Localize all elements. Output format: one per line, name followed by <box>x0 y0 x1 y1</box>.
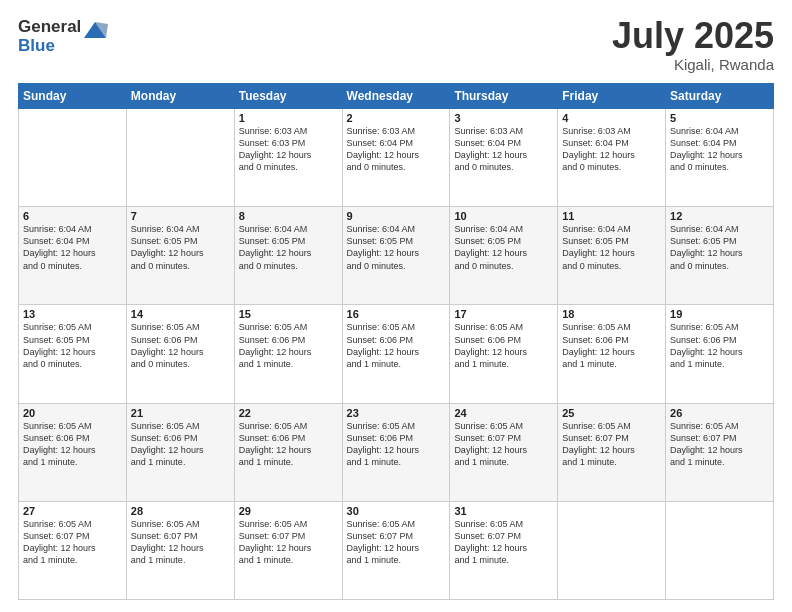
day-info: Sunrise: 6:05 AMSunset: 6:06 PMDaylight:… <box>347 321 446 370</box>
day-info: Sunrise: 6:05 AMSunset: 6:05 PMDaylight:… <box>23 321 122 370</box>
day-number: 17 <box>454 308 553 320</box>
day-info: Sunrise: 6:04 AMSunset: 6:05 PMDaylight:… <box>454 223 553 272</box>
day-number: 23 <box>347 407 446 419</box>
table-row: 2Sunrise: 6:03 AMSunset: 6:04 PMDaylight… <box>342 109 450 207</box>
table-row: 29Sunrise: 6:05 AMSunset: 6:07 PMDayligh… <box>234 501 342 599</box>
day-info: Sunrise: 6:05 AMSunset: 6:06 PMDaylight:… <box>131 321 230 370</box>
day-number: 16 <box>347 308 446 320</box>
day-info: Sunrise: 6:04 AMSunset: 6:05 PMDaylight:… <box>239 223 338 272</box>
calendar-week-1: 1Sunrise: 6:03 AMSunset: 6:03 PMDaylight… <box>19 109 774 207</box>
col-friday: Friday <box>558 84 666 109</box>
day-info: Sunrise: 6:05 AMSunset: 6:07 PMDaylight:… <box>131 518 230 567</box>
day-number: 11 <box>562 210 661 222</box>
day-info: Sunrise: 6:03 AMSunset: 6:04 PMDaylight:… <box>347 125 446 174</box>
table-row: 28Sunrise: 6:05 AMSunset: 6:07 PMDayligh… <box>126 501 234 599</box>
day-number: 3 <box>454 112 553 124</box>
day-number: 7 <box>131 210 230 222</box>
day-info: Sunrise: 6:04 AMSunset: 6:05 PMDaylight:… <box>347 223 446 272</box>
day-number: 29 <box>239 505 338 517</box>
day-info: Sunrise: 6:04 AMSunset: 6:04 PMDaylight:… <box>23 223 122 272</box>
table-row: 11Sunrise: 6:04 AMSunset: 6:05 PMDayligh… <box>558 207 666 305</box>
table-row: 27Sunrise: 6:05 AMSunset: 6:07 PMDayligh… <box>19 501 127 599</box>
logo-text: General Blue <box>18 18 81 55</box>
col-saturday: Saturday <box>666 84 774 109</box>
table-row: 30Sunrise: 6:05 AMSunset: 6:07 PMDayligh… <box>342 501 450 599</box>
day-number: 31 <box>454 505 553 517</box>
calendar-week-4: 20Sunrise: 6:05 AMSunset: 6:06 PMDayligh… <box>19 403 774 501</box>
day-number: 5 <box>670 112 769 124</box>
day-info: Sunrise: 6:05 AMSunset: 6:07 PMDaylight:… <box>454 518 553 567</box>
table-row: 25Sunrise: 6:05 AMSunset: 6:07 PMDayligh… <box>558 403 666 501</box>
day-number: 8 <box>239 210 338 222</box>
table-row: 20Sunrise: 6:05 AMSunset: 6:06 PMDayligh… <box>19 403 127 501</box>
logo-icon <box>82 20 108 42</box>
col-monday: Monday <box>126 84 234 109</box>
day-info: Sunrise: 6:03 AMSunset: 6:04 PMDaylight:… <box>562 125 661 174</box>
calendar-week-5: 27Sunrise: 6:05 AMSunset: 6:07 PMDayligh… <box>19 501 774 599</box>
day-info: Sunrise: 6:04 AMSunset: 6:05 PMDaylight:… <box>562 223 661 272</box>
day-number: 12 <box>670 210 769 222</box>
table-row: 10Sunrise: 6:04 AMSunset: 6:05 PMDayligh… <box>450 207 558 305</box>
title-block: July 2025 Kigali, Rwanda <box>612 18 774 73</box>
table-row <box>126 109 234 207</box>
table-row: 3Sunrise: 6:03 AMSunset: 6:04 PMDaylight… <box>450 109 558 207</box>
day-info: Sunrise: 6:04 AMSunset: 6:04 PMDaylight:… <box>670 125 769 174</box>
table-row: 16Sunrise: 6:05 AMSunset: 6:06 PMDayligh… <box>342 305 450 403</box>
table-row: 9Sunrise: 6:04 AMSunset: 6:05 PMDaylight… <box>342 207 450 305</box>
calendar-week-2: 6Sunrise: 6:04 AMSunset: 6:04 PMDaylight… <box>19 207 774 305</box>
table-row: 6Sunrise: 6:04 AMSunset: 6:04 PMDaylight… <box>19 207 127 305</box>
day-info: Sunrise: 6:05 AMSunset: 6:07 PMDaylight:… <box>454 420 553 469</box>
table-row: 23Sunrise: 6:05 AMSunset: 6:06 PMDayligh… <box>342 403 450 501</box>
day-info: Sunrise: 6:05 AMSunset: 6:07 PMDaylight:… <box>239 518 338 567</box>
table-row: 24Sunrise: 6:05 AMSunset: 6:07 PMDayligh… <box>450 403 558 501</box>
logo-blue: Blue <box>18 37 81 56</box>
month-title: July 2025 <box>612 18 774 54</box>
calendar-week-3: 13Sunrise: 6:05 AMSunset: 6:05 PMDayligh… <box>19 305 774 403</box>
day-info: Sunrise: 6:03 AMSunset: 6:03 PMDaylight:… <box>239 125 338 174</box>
table-row: 8Sunrise: 6:04 AMSunset: 6:05 PMDaylight… <box>234 207 342 305</box>
table-row: 14Sunrise: 6:05 AMSunset: 6:06 PMDayligh… <box>126 305 234 403</box>
col-sunday: Sunday <box>19 84 127 109</box>
calendar-table: Sunday Monday Tuesday Wednesday Thursday… <box>18 83 774 600</box>
day-number: 15 <box>239 308 338 320</box>
day-number: 22 <box>239 407 338 419</box>
day-number: 19 <box>670 308 769 320</box>
day-number: 20 <box>23 407 122 419</box>
table-row: 22Sunrise: 6:05 AMSunset: 6:06 PMDayligh… <box>234 403 342 501</box>
day-info: Sunrise: 6:05 AMSunset: 6:07 PMDaylight:… <box>347 518 446 567</box>
table-row <box>666 501 774 599</box>
day-info: Sunrise: 6:05 AMSunset: 6:07 PMDaylight:… <box>670 420 769 469</box>
table-row: 4Sunrise: 6:03 AMSunset: 6:04 PMDaylight… <box>558 109 666 207</box>
calendar-header-row: Sunday Monday Tuesday Wednesday Thursday… <box>19 84 774 109</box>
day-info: Sunrise: 6:05 AMSunset: 6:07 PMDaylight:… <box>562 420 661 469</box>
day-info: Sunrise: 6:05 AMSunset: 6:06 PMDaylight:… <box>670 321 769 370</box>
day-number: 6 <box>23 210 122 222</box>
day-info: Sunrise: 6:05 AMSunset: 6:06 PMDaylight:… <box>347 420 446 469</box>
table-row <box>558 501 666 599</box>
day-number: 1 <box>239 112 338 124</box>
day-info: Sunrise: 6:05 AMSunset: 6:06 PMDaylight:… <box>239 321 338 370</box>
table-row: 31Sunrise: 6:05 AMSunset: 6:07 PMDayligh… <box>450 501 558 599</box>
day-info: Sunrise: 6:05 AMSunset: 6:06 PMDaylight:… <box>131 420 230 469</box>
day-info: Sunrise: 6:03 AMSunset: 6:04 PMDaylight:… <box>454 125 553 174</box>
table-row: 7Sunrise: 6:04 AMSunset: 6:05 PMDaylight… <box>126 207 234 305</box>
day-info: Sunrise: 6:04 AMSunset: 6:05 PMDaylight:… <box>670 223 769 272</box>
day-number: 14 <box>131 308 230 320</box>
day-number: 28 <box>131 505 230 517</box>
day-info: Sunrise: 6:05 AMSunset: 6:06 PMDaylight:… <box>454 321 553 370</box>
day-number: 24 <box>454 407 553 419</box>
day-number: 2 <box>347 112 446 124</box>
day-info: Sunrise: 6:04 AMSunset: 6:05 PMDaylight:… <box>131 223 230 272</box>
table-row: 26Sunrise: 6:05 AMSunset: 6:07 PMDayligh… <box>666 403 774 501</box>
col-thursday: Thursday <box>450 84 558 109</box>
table-row: 12Sunrise: 6:04 AMSunset: 6:05 PMDayligh… <box>666 207 774 305</box>
table-row: 21Sunrise: 6:05 AMSunset: 6:06 PMDayligh… <box>126 403 234 501</box>
day-number: 27 <box>23 505 122 517</box>
table-row: 1Sunrise: 6:03 AMSunset: 6:03 PMDaylight… <box>234 109 342 207</box>
table-row: 5Sunrise: 6:04 AMSunset: 6:04 PMDaylight… <box>666 109 774 207</box>
location: Kigali, Rwanda <box>612 56 774 73</box>
col-wednesday: Wednesday <box>342 84 450 109</box>
day-number: 4 <box>562 112 661 124</box>
header: General Blue July 2025 Kigali, Rwanda <box>18 18 774 73</box>
table-row <box>19 109 127 207</box>
